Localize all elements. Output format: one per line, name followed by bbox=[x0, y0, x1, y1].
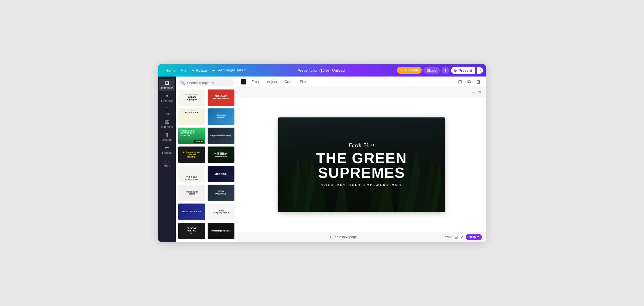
slide-controls: ▭ ⧉ bbox=[469, 89, 482, 95]
templates-icon: ⊞ bbox=[165, 80, 169, 86]
download-icon: ⬇ bbox=[444, 68, 447, 73]
crop-button[interactable]: Crop bbox=[282, 79, 295, 85]
template-card-employee-onboarding[interactable]: EMPLOYEEONBOARDING bbox=[207, 89, 235, 106]
fullscreen-button[interactable]: ⤢ bbox=[460, 235, 464, 239]
chevron-down-icon: ▾ bbox=[479, 69, 481, 72]
template-card-creative-writing[interactable]: CREATIVEWRITING101 bbox=[178, 222, 206, 240]
template-card-communication[interactable]: COMMUNICATIONAND THEINTERNET bbox=[178, 146, 206, 163]
bottom-right: 59% ⊞ ⤢ Help ? bbox=[445, 234, 482, 240]
slide-content: Earth First THE GREEN SUPREMES YOUR RESI… bbox=[310, 137, 412, 193]
resize-label: Resize bbox=[196, 68, 207, 73]
top-bar-left: ‹ Home File ✦ Resize ↩ All changes saved bbox=[161, 67, 245, 74]
share-button[interactable]: Share bbox=[423, 67, 440, 74]
trash-icon-button[interactable]: 🗑 bbox=[475, 79, 482, 85]
resize-icon: ✦ bbox=[192, 68, 195, 73]
grid-view-button[interactable]: ⊞ bbox=[454, 235, 458, 239]
top-bar: ‹ Home File ✦ Resize ↩ All changes saved… bbox=[158, 64, 486, 76]
editor-area: Filter Adjust Crop Flip ⊞ ⧉ 🗑 ▭ ⧉ bbox=[237, 76, 486, 242]
file-button[interactable]: File bbox=[178, 67, 189, 74]
search-input[interactable] bbox=[187, 81, 232, 85]
bottom-bar: + Add a new page 59% ⊞ ⤢ Help ? bbox=[237, 232, 486, 242]
elements-icon: ✦ bbox=[165, 93, 169, 99]
autosave-status: All changes saved bbox=[218, 68, 245, 72]
background-icon: ▦ bbox=[165, 119, 169, 124]
resize-button[interactable]: ✦ Resize bbox=[189, 67, 209, 74]
slide-subtitle: Earth First bbox=[316, 143, 407, 148]
sidebar-item-text[interactable]: T Text bbox=[159, 105, 175, 117]
top-bar-right: ⚡ Upgrade Share ⬇ ▶ Present ▾ bbox=[397, 67, 483, 74]
download-button[interactable]: ⬇ bbox=[441, 67, 449, 74]
templates-grid: DIGITAL MEDIA SALESREVIEW EMPLOYEEONBOAR… bbox=[176, 88, 237, 242]
template-card-green-supremes[interactable]: Earth First THE GREENSUPREMES bbox=[207, 146, 235, 163]
add-page-button[interactable]: + Add a new page bbox=[241, 235, 445, 239]
template-card-good-moods[interactable]: THE GOODMOODS CAFE bbox=[178, 165, 206, 183]
template-card-photography-basics[interactable]: PhotographyBasics bbox=[178, 184, 206, 202]
search-box: 🔍 bbox=[179, 79, 234, 86]
help-question-icon: ? bbox=[477, 235, 479, 239]
templates-panel: 🔍 DIGITAL MEDIA SALESREVIEW bbox=[176, 76, 237, 242]
slide-tagline: YOUR RESIDENT ECO-WARRIORS bbox=[316, 183, 407, 187]
color-swatch[interactable] bbox=[241, 79, 246, 85]
file-label: File bbox=[180, 68, 186, 73]
templates-search-area: 🔍 bbox=[176, 76, 237, 88]
text-icon: T bbox=[166, 106, 169, 112]
sidebar-item-more[interactable]: ··· More bbox=[159, 157, 175, 169]
sidebar-item-elements[interactable]: ✦ Elements bbox=[159, 92, 175, 104]
more-icon: ··· bbox=[165, 158, 169, 163]
grid-icon-button[interactable]: ⊞ bbox=[456, 78, 464, 85]
present-dropdown-button[interactable]: ▾ bbox=[477, 67, 483, 74]
template-card-your-first-home[interactable]: YOUR FIRST HOME bbox=[207, 108, 235, 125]
template-card-family-camps[interactable]: FAMILY CAMPSOUTSIDE THECOUNTRY 15 OF 25 bbox=[178, 127, 206, 145]
sidebar-item-templates[interactable]: ⊞ Templates bbox=[159, 79, 175, 91]
document-title: Presentation (16:9) - Untitled bbox=[247, 68, 395, 73]
home-button[interactable]: ‹ Home bbox=[161, 67, 178, 74]
toolbar: Filter Adjust Crop Flip ⊞ ⧉ 🗑 bbox=[237, 76, 486, 87]
template-card-start-it-up[interactable]: Start It Up! bbox=[207, 165, 235, 183]
sidebar: ⊞ Templates ✦ Elements T Text ▦ Bkground… bbox=[158, 76, 176, 242]
sidebar-item-folders[interactable]: ▭ Folders bbox=[159, 144, 175, 156]
chevron-left-icon: ‹ bbox=[163, 68, 164, 73]
present-button[interactable]: ▶ Present bbox=[451, 67, 475, 74]
app-window: ‹ Home File ✦ Resize ↩ All changes saved… bbox=[158, 64, 486, 242]
sidebar-item-background[interactable]: ▦ Bkground bbox=[159, 118, 175, 130]
template-card-employee-onboarding2[interactable]: Employee Onboarding bbox=[207, 127, 235, 145]
zoom-level: 59% bbox=[445, 235, 452, 239]
search-icon: 🔍 bbox=[181, 81, 185, 85]
folders-icon: ▭ bbox=[165, 145, 169, 150]
template-card-basics-outdoors[interactable]: THE BASICS OUTDOORS bbox=[178, 108, 206, 125]
canvas-area: Earth First THE GREEN SUPREMES YOUR RESI… bbox=[237, 97, 486, 232]
flip-button[interactable]: Flip bbox=[297, 79, 308, 85]
slide-canvas[interactable]: Earth First THE GREEN SUPREMES YOUR RESI… bbox=[278, 117, 445, 212]
template-card-sales-review[interactable]: DIGITAL MEDIA SALESREVIEW bbox=[178, 89, 206, 106]
uploads-icon: ⬆ bbox=[165, 132, 169, 137]
help-button[interactable]: Help ? bbox=[466, 234, 482, 240]
main-content: ⊞ Templates ✦ Elements T Text ▦ Bkground… bbox=[158, 76, 486, 242]
home-label: Home bbox=[166, 68, 175, 73]
sidebar-item-uploads[interactable]: ⬆ Uploads bbox=[159, 131, 175, 143]
duplicate-icon-button[interactable]: ⧉ bbox=[466, 79, 472, 85]
filter-button[interactable]: Filter bbox=[249, 79, 262, 85]
adjust-button[interactable]: Adjust bbox=[265, 79, 279, 85]
slide-copy-button[interactable]: ⧉ bbox=[477, 89, 482, 95]
toolbar-right: ⊞ ⧉ 🗑 bbox=[456, 78, 482, 85]
upgrade-button[interactable]: ⚡ Upgrade bbox=[397, 67, 422, 74]
template-card-photography-basics2[interactable]: Photography Basics bbox=[207, 222, 235, 240]
template-card-hiking-packages[interactable]: HIKING PACKAGES bbox=[178, 203, 206, 220]
slide-layout-button[interactable]: ▭ bbox=[469, 89, 475, 95]
template-card-solo-packages[interactable]: SOLOPACKAGES bbox=[207, 184, 235, 202]
lightning-icon: ⚡ bbox=[400, 68, 404, 72]
slide-title: THE GREEN SUPREMES bbox=[316, 151, 407, 180]
undo-button[interactable]: ↩ bbox=[210, 67, 217, 74]
template-card-office-report[interactable]: OfficialCompany Report bbox=[207, 203, 235, 220]
present-icon: ▶ bbox=[454, 68, 457, 73]
undo-icon: ↩ bbox=[212, 68, 215, 73]
canvas-top-bar: ▭ ⧉ bbox=[237, 87, 486, 97]
